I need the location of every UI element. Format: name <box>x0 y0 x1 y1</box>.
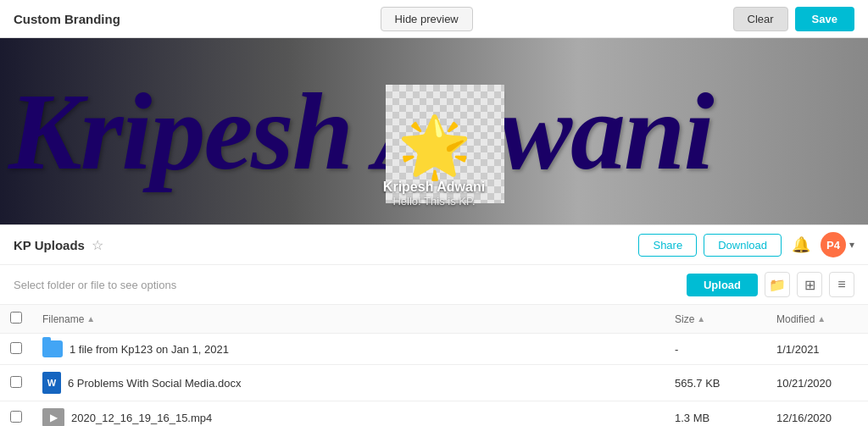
row-name-cell: W6 Problems With Social Media.docx <box>32 365 665 401</box>
file-name[interactable]: 1 file from Kp123 on Jan 1, 2021 <box>70 343 229 356</box>
add-folder-button[interactable]: 📁 <box>765 272 790 297</box>
files-actions-right: Upload 📁 ⊞ ≡ <box>687 272 854 297</box>
files-toolbar-left: KP Uploads ☆ <box>14 237 103 253</box>
modified-sort-arrow: ▲ <box>817 314 826 324</box>
page-title: Custom Branding <box>14 12 120 26</box>
col-filename-header[interactable]: Filename ▲ <box>32 305 665 334</box>
upload-button[interactable]: Upload <box>687 274 758 296</box>
row-name-cell: 1 file from Kp123 on Jan 1, 2021 <box>32 334 665 365</box>
filter-button[interactable]: ≡ <box>829 272 854 297</box>
hero-profile-subtitle: Hello! This is KP. <box>392 195 475 207</box>
avatar-dropdown-arrow[interactable]: ▾ <box>849 239 854 251</box>
files-panel: KP Uploads ☆ Share Download 🔔 P4 ▾ Selec… <box>0 224 868 426</box>
row-size-cell: 1.3 MB <box>665 401 766 427</box>
files-actions-bar: Select folder or file to see options Upl… <box>0 265 868 305</box>
grid-icon: ⊞ <box>804 277 815 293</box>
size-sort-arrow: ▲ <box>697 314 705 324</box>
top-bar-right: Clear Save <box>733 7 854 31</box>
row-checkbox[interactable] <box>10 376 22 388</box>
hero-banner: Kripesh Adwani 🌟 Kripesh Adwani Hello! T… <box>0 38 868 224</box>
clear-button[interactable]: Clear <box>733 7 788 31</box>
hero-profile: 🌟 Kripesh Adwani Hello! This is KP. <box>383 117 485 207</box>
row-modified-cell: 1/1/2021 <box>766 334 868 365</box>
col-modified-header[interactable]: Modified ▲ <box>766 305 868 334</box>
star-icon: 🌟 <box>398 117 471 176</box>
row-modified-cell: 12/16/2020 <box>766 401 868 427</box>
files-toolbar-right: Share Download 🔔 P4 ▾ <box>638 232 854 257</box>
grid-view-button[interactable]: ⊞ <box>797 272 822 297</box>
table-header-row: Filename ▲ Size ▲ Modified ▲ <box>0 305 868 334</box>
files-toolbar: KP Uploads ☆ Share Download 🔔 P4 ▾ <box>0 225 868 265</box>
top-bar-center: Hide preview <box>381 7 473 31</box>
file-name[interactable]: 2020_12_16_19_16_15.mp4 <box>71 412 212 424</box>
word-icon: W <box>42 372 61 394</box>
top-bar: Custom Branding Hide preview Clear Save <box>0 0 868 38</box>
files-panel-title: KP Uploads <box>14 238 85 252</box>
hero-profile-name: Kripesh Adwani <box>383 180 485 195</box>
col-size-header[interactable]: Size ▲ <box>665 305 766 334</box>
hero-cursive-text: Kripesh Adwani <box>8 68 713 195</box>
file-name-container: 1 file from Kp123 on Jan 1, 2021 <box>42 340 654 357</box>
video-icon: ▶ <box>42 408 64 426</box>
row-size-cell: 565.7 KB <box>665 365 766 401</box>
files-placeholder: Select folder or file to see options <box>14 279 176 291</box>
row-name-cell: ▶2020_12_16_19_16_15.mp4 <box>32 401 665 427</box>
file-table: Filename ▲ Size ▲ Modified ▲ <box>0 305 868 426</box>
row-size-cell: - <box>665 334 766 365</box>
share-button[interactable]: Share <box>638 234 697 257</box>
col-check-header <box>0 305 32 334</box>
file-name-container: W6 Problems With Social Media.docx <box>42 372 654 394</box>
avatar-container: P4 ▾ <box>821 232 854 257</box>
file-name-container: ▶2020_12_16_19_16_15.mp4 <box>42 408 654 426</box>
table-row[interactable]: ▶2020_12_16_19_16_15.mp41.3 MB12/16/2020 <box>0 401 868 427</box>
row-checkbox[interactable] <box>10 342 22 354</box>
filename-sort[interactable]: Filename ▲ <box>42 313 95 325</box>
select-all-checkbox[interactable] <box>10 312 22 324</box>
hide-preview-button[interactable]: Hide preview <box>381 7 473 31</box>
table-row[interactable]: W6 Problems With Social Media.docx565.7 … <box>0 365 868 401</box>
download-button[interactable]: Download <box>704 234 782 257</box>
size-sort[interactable]: Size ▲ <box>675 313 705 325</box>
favorite-star-icon[interactable]: ☆ <box>92 237 103 253</box>
modified-sort[interactable]: Modified ▲ <box>776 313 826 325</box>
filter-icon: ≡ <box>837 277 845 292</box>
row-modified-cell: 10/21/2020 <box>766 365 868 401</box>
save-button[interactable]: Save <box>795 7 854 31</box>
file-name[interactable]: 6 Problems With Social Media.docx <box>68 377 241 390</box>
filename-sort-arrow: ▲ <box>86 314 95 324</box>
row-checkbox[interactable] <box>10 411 22 423</box>
row-checkbox-cell <box>0 365 32 401</box>
row-checkbox-cell <box>0 401 32 427</box>
bell-icon[interactable]: 🔔 <box>788 232 814 257</box>
folder-icon <box>42 340 63 357</box>
row-checkbox-cell <box>0 334 32 365</box>
avatar[interactable]: P4 <box>821 232 846 257</box>
add-folder-icon: 📁 <box>769 277 786 293</box>
table-row[interactable]: 1 file from Kp123 on Jan 1, 2021-1/1/202… <box>0 334 868 365</box>
